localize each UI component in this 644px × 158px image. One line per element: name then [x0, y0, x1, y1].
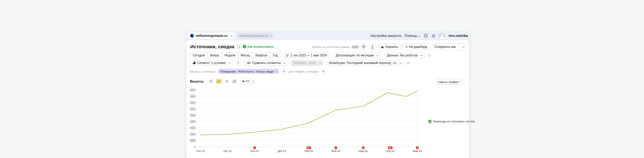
chevron-down-icon	[400, 61, 402, 64]
attribution-selector[interactable]: Атрибуция: Последний значимый переход КД	[326, 60, 404, 66]
history-button[interactable]	[360, 44, 367, 50]
bookmark-icon[interactable]	[237, 45, 240, 49]
add-to-dashboard-button[interactable]: + На дашборд	[403, 44, 430, 50]
save-as-button[interactable]: Сохранить как	[432, 44, 465, 50]
segment-pie-icon	[193, 61, 196, 64]
bell-icon[interactable]	[431, 33, 436, 38]
x-axis-label: Фев 24	[331, 149, 340, 153]
people-label: для людей, у которых	[289, 70, 319, 73]
clock-icon	[362, 45, 365, 49]
y-tick-zero: 0	[194, 145, 196, 149]
calendar-icon	[286, 54, 289, 57]
annotation-marker-icon	[362, 146, 364, 149]
chevron-down-icon	[252, 80, 254, 82]
metrika-panel: neftoenergomash.ru neftoenergomash.ru × …	[185, 31, 471, 158]
period-row: Сегодня Вчера Неделя Месяц Квартал Год 1…	[190, 52, 431, 58]
legend-label: Переходы из поисковых систем	[433, 120, 475, 123]
annotation-badge[interactable]	[253, 146, 256, 149]
annotation-badge[interactable]	[388, 146, 392, 149]
period-week[interactable]: Неделя	[222, 52, 238, 58]
period-quarter[interactable]: Квартал	[253, 52, 270, 58]
x-axis-label: Ноя 23	[250, 149, 259, 153]
account-settings-link[interactable]: Настройка аккаунта	[370, 34, 401, 38]
metric-dot-icon	[242, 80, 244, 82]
x-axis-label: Янв 24	[304, 149, 313, 153]
site-favicon-icon	[190, 34, 194, 38]
chat-icon[interactable]	[424, 33, 428, 38]
chart-canvas	[197, 89, 418, 147]
chevron-down-icon	[376, 54, 379, 56]
y-tick-label-redacted	[190, 102, 196, 104]
checkbox-checked-icon[interactable]	[428, 120, 431, 123]
avatar[interactable]	[439, 33, 445, 39]
y-tick-label-redacted	[190, 108, 196, 110]
annotation-marker-icon	[308, 146, 311, 149]
x-axis-label: Апр 24	[386, 149, 394, 153]
save-as-dropdown[interactable]	[459, 44, 465, 50]
close-icon[interactable]: ×	[275, 70, 276, 73]
topbar: neftoenergomash.ru neftoenergomash.ru × …	[185, 31, 471, 40]
annotation-badge[interactable]	[335, 146, 337, 149]
chevron-up-icon	[459, 81, 461, 83]
period-today[interactable]: Сегодня	[190, 52, 208, 58]
title-row: Источники, сводка Как использовать	[190, 44, 274, 49]
thumbs-icon	[381, 45, 384, 49]
table-icon[interactable]	[232, 79, 237, 84]
report-actions: Визиты за отчётный период:	[313, 44, 465, 50]
stacked-chart-icon[interactable]	[224, 79, 230, 84]
line-chart-icon[interactable]	[216, 79, 222, 84]
annotation-badge[interactable]	[307, 146, 311, 149]
y-tick-label-redacted	[190, 133, 196, 135]
period-year[interactable]: Год	[270, 52, 280, 58]
add-people-condition-button[interactable]: +	[321, 69, 326, 74]
annotation-badge[interactable]	[416, 146, 419, 149]
filter-chip-robots[interactable]: Поведение · Роботность: Только люди ×	[218, 69, 279, 74]
compare-segments-button[interactable]: Сравнить сегменты	[244, 60, 288, 66]
period-month[interactable]: Месяц	[238, 52, 253, 58]
page-title: Источники, сводка	[190, 44, 235, 49]
report-card: Источники, сводка Как использовать Визит…	[186, 40, 469, 158]
metric-title: Визиты	[190, 79, 204, 83]
visits-period-value-redacted	[352, 46, 358, 48]
period-yesterday[interactable]: Вчера	[207, 52, 222, 58]
hide-chart-button[interactable]: Скрыть график	[435, 79, 464, 85]
help-icon[interactable]: ?	[407, 61, 410, 65]
topbar-right: Настройка аккаунта Помощь rbru-metrika	[370, 33, 468, 39]
y-tick-label-redacted	[190, 89, 196, 91]
metric-selector[interactable]: 7/7	[240, 79, 256, 84]
y-tick-label-redacted	[190, 127, 196, 129]
y-tick-label-redacted	[190, 139, 196, 142]
counter-name: neftoenergomash.ru	[196, 34, 228, 38]
chevron-down-icon	[420, 54, 422, 56]
date-range-button[interactable]: 1 сен 2023 — 1 мая 2024	[283, 52, 330, 58]
help-icon[interactable]: ?	[427, 54, 431, 57]
annotation-badge[interactable]	[362, 146, 364, 149]
date-range-label: 1 сен 2023 — 1 мая 2024	[290, 54, 327, 57]
chevron-down-icon	[230, 34, 232, 37]
detail-selector[interactable]: Детализация: по месяцам	[333, 52, 381, 58]
y-tick-label-redacted	[190, 95, 196, 97]
x-axis-label: Окт 23	[223, 149, 231, 153]
data-mode-selector[interactable]: Данные: без роботов	[384, 52, 425, 58]
segment-selector[interactable]: Сегмент: 1 условие	[190, 60, 233, 66]
add-visit-condition-button[interactable]: +	[281, 69, 286, 74]
legend-item[interactable]: Переходы из поисковых систем	[428, 120, 475, 123]
chevron-down-icon	[462, 45, 464, 48]
x-axis-label: Сен 23	[196, 149, 204, 153]
help-menu[interactable]: Помощь	[405, 34, 420, 38]
rate-button[interactable]: Оценить	[378, 44, 401, 50]
donut-chart-icon[interactable]	[208, 79, 214, 84]
annotation-marker-icon	[390, 146, 392, 149]
app-window: neftoenergomash.ru neftoenergomash.ru × …	[0, 0, 644, 158]
y-tick-label-redacted	[190, 120, 196, 123]
close-icon[interactable]: ×	[270, 34, 272, 38]
counter-selector[interactable]: neftoenergomash.ru	[187, 32, 235, 39]
clear-segment-button[interactable]: ×	[236, 60, 242, 66]
how-to-use-link[interactable]: Как использовать	[243, 45, 274, 48]
annotation-marker-icon	[416, 146, 419, 149]
export-button[interactable]	[369, 44, 376, 50]
counter-tab[interactable]: neftoenergomash.ru ×	[236, 32, 275, 39]
plus-icon: +	[406, 45, 408, 49]
visits-period-label: Визиты за отчётный период:	[313, 45, 350, 49]
username[interactable]: rbru-metrika	[448, 34, 468, 38]
